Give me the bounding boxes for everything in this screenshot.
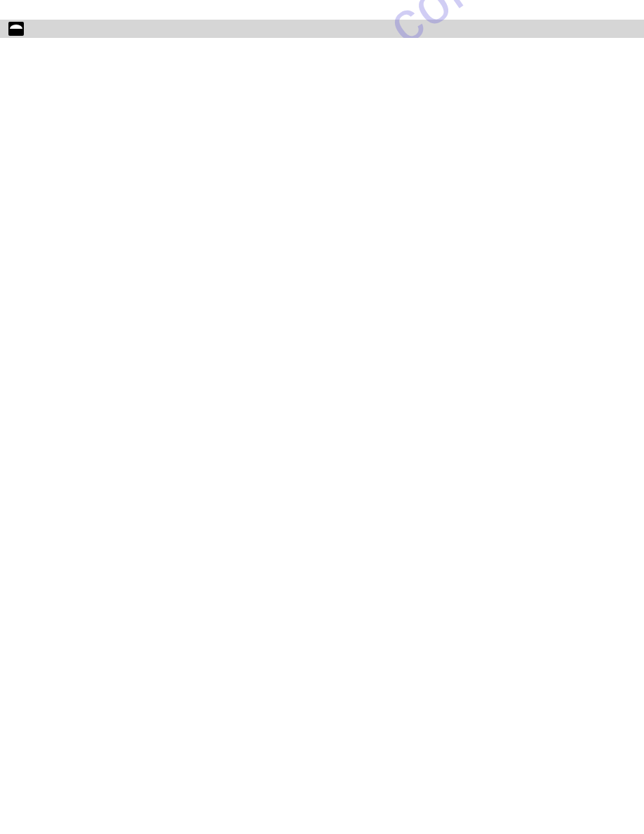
- brand-icon: [8, 22, 24, 36]
- page-header: [0, 20, 644, 38]
